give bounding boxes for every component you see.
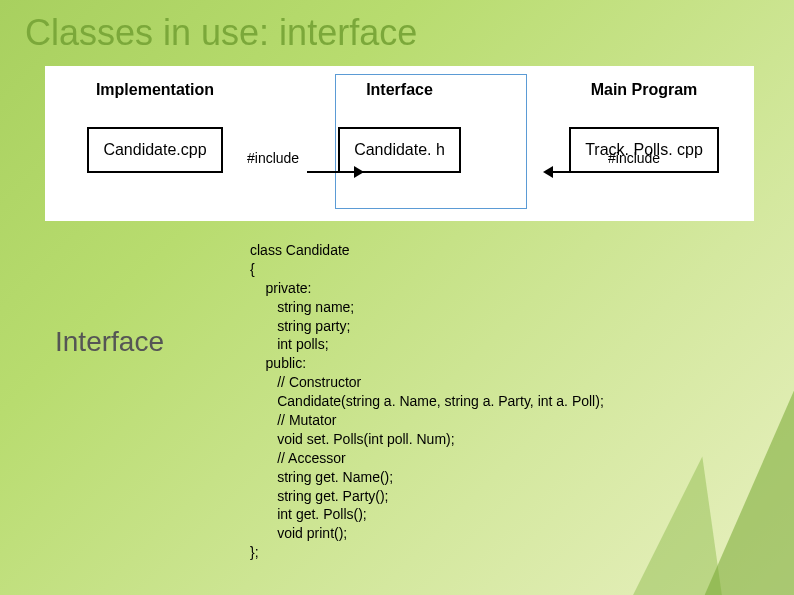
box-candidate-cpp: Candidate.cpp <box>87 127 222 173</box>
diagram: Implementation Candidate.cpp Interface C… <box>45 66 754 221</box>
arrow-line-icon <box>307 171 362 173</box>
col-label: Main Program <box>591 81 698 99</box>
arrow-line-icon <box>545 171 600 173</box>
col-label: Implementation <box>96 81 214 99</box>
include-arrow-left: #include <box>245 164 362 180</box>
diagram-col-implementation: Implementation Candidate.cpp <box>65 81 245 173</box>
code-block: class Candidate { private: string name; … <box>250 241 604 562</box>
diagram-col-interface: Interface Candidate. h <box>310 81 490 173</box>
include-arrow-right: #include <box>545 164 662 180</box>
arrow-label: #include <box>608 150 660 166</box>
section-label: Interface <box>0 241 250 562</box>
arrow-label: #include <box>247 150 299 166</box>
slide-title: Classes in use: interface <box>0 0 794 66</box>
col-label: Interface <box>366 81 433 99</box>
